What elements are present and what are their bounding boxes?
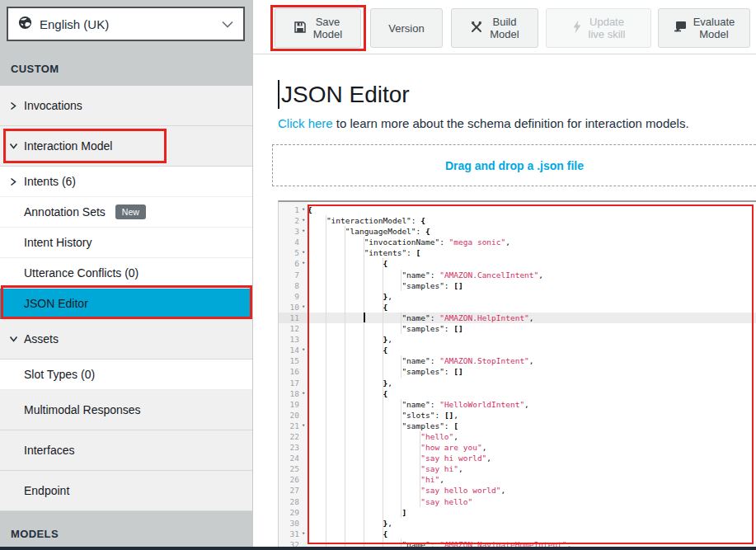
section-custom-label: CUSTOM xyxy=(11,63,59,75)
gutter-line-17[interactable]: 17 xyxy=(279,378,308,388)
json-dropzone[interactable]: Drag and drop a .json file xyxy=(272,144,756,186)
sidebar-item-label: Annotation Sets xyxy=(0,205,106,219)
sidebar-header: English (UK) CUSTOM xyxy=(0,0,252,86)
sidebar-item-invocations[interactable]: Invocations xyxy=(0,86,252,126)
sidebar-item-label: Utterance Conflicts (0) xyxy=(0,266,139,280)
gutter-line-15[interactable]: 15 xyxy=(279,355,308,366)
gutter-line-1[interactable]: 1▾ xyxy=(279,204,308,215)
code-line-21: "samples": [ xyxy=(308,421,756,431)
sidebar-item-utterance-conflicts-0[interactable]: Utterance Conflicts (0) xyxy=(0,258,252,289)
evaluate-model-button[interactable]: Evaluate Model xyxy=(658,8,750,48)
json-code-editor[interactable]: 1▾2▾3▾45▾6▾78910▾11121314▾15161718▾19202… xyxy=(278,200,756,550)
gutter-line-11[interactable]: 11 xyxy=(279,313,308,323)
gutter-line-7[interactable]: 7 xyxy=(279,270,308,280)
button-label: Update live skill xyxy=(589,16,626,40)
chevron-down-icon[interactable] xyxy=(9,142,18,151)
fold-arrow-icon[interactable]: ▾ xyxy=(299,226,308,237)
sidebar-item-intents-6[interactable]: Intents (6) xyxy=(0,167,252,197)
gutter-line-29[interactable]: 29 xyxy=(279,507,308,518)
chat-icon xyxy=(674,21,687,35)
gutter-line-10[interactable]: 10▾ xyxy=(279,302,308,313)
sidebar: English (UK) CUSTOM InvocationsInteracti… xyxy=(0,0,253,550)
code-line-3: "languageModel": { xyxy=(308,226,756,237)
gutter-line-16[interactable]: 16 xyxy=(279,366,308,377)
code-line-25: "say hi", xyxy=(308,463,756,474)
gutter-line-3[interactable]: 3▾ xyxy=(279,226,308,237)
gutter-line-26[interactable]: 26 xyxy=(279,474,308,485)
gutter-line-14[interactable]: 14▾ xyxy=(279,345,308,355)
fold-arrow-icon[interactable]: ▾ xyxy=(299,204,308,215)
fold-arrow-icon[interactable]: ▾ xyxy=(299,215,308,226)
gutter-line-4[interactable]: 4 xyxy=(279,237,308,247)
globe-icon xyxy=(18,16,32,33)
save-icon xyxy=(293,21,307,36)
gutter-line-22[interactable]: 22 xyxy=(279,431,308,442)
code-line-2: "interactionModel": { xyxy=(308,215,756,226)
gutter-line-19[interactable]: 19 xyxy=(279,399,308,410)
fold-arrow-icon[interactable]: ▾ xyxy=(299,302,308,313)
bolt-icon xyxy=(572,20,582,36)
language-selector[interactable]: English (UK) xyxy=(7,7,245,41)
code-line-8: "samples": [] xyxy=(308,280,756,291)
click-here-link[interactable]: Click here xyxy=(278,116,333,130)
code-line-23: "how are you", xyxy=(308,442,756,453)
gutter-line-27[interactable]: 27 xyxy=(279,485,308,496)
text-caret xyxy=(278,80,279,109)
code-line-19: "name": "HelloWorldIntent", xyxy=(308,399,756,410)
fold-arrow-icon[interactable]: ▾ xyxy=(299,388,308,399)
chevron-down-icon[interactable] xyxy=(9,335,18,344)
gutter-line-12[interactable]: 12 xyxy=(279,323,308,334)
language-label: English (UK) xyxy=(40,17,222,31)
page-title: JSON Editor xyxy=(281,82,410,108)
save-model-button[interactable]: Save Model xyxy=(275,8,361,48)
gutter-line-23[interactable]: 23 xyxy=(279,442,308,453)
gutter-line-31[interactable]: 31▾ xyxy=(279,529,308,539)
build-model-button[interactable]: Build Model xyxy=(451,8,538,48)
fold-arrow-icon[interactable]: ▾ xyxy=(299,529,308,539)
gutter-line-25[interactable]: 25 xyxy=(279,463,308,474)
sidebar-item-label: Multimodal Responses xyxy=(0,403,141,416)
code-line-12: "samples": [] xyxy=(308,323,756,334)
gutter-line-2[interactable]: 2▾ xyxy=(279,215,308,226)
editor-code[interactable]: {"interactionModel": {"languageModel": {… xyxy=(308,202,756,550)
gutter-line-30[interactable]: 30 xyxy=(279,518,308,529)
gutter-line-21[interactable]: 21▾ xyxy=(279,421,308,431)
sidebar-item-interfaces[interactable]: Interfaces xyxy=(0,430,252,471)
sidebar-item-slot-types-0[interactable]: Slot Types (0) xyxy=(0,360,252,390)
version-button[interactable]: Version xyxy=(370,8,443,48)
chevron-right-icon[interactable] xyxy=(9,177,18,186)
sidebar-item-annotation-sets[interactable]: Annotation SetsNew xyxy=(0,197,252,228)
gutter-line-20[interactable]: 20 xyxy=(279,410,308,421)
gutter-line-24[interactable]: 24 xyxy=(279,453,308,463)
gutter-line-28[interactable]: 28 xyxy=(279,496,308,507)
gutter-line-13[interactable]: 13 xyxy=(279,334,308,345)
sidebar-item-intent-history[interactable]: Intent History xyxy=(0,228,252,258)
gutter-line-9[interactable]: 9 xyxy=(279,291,308,302)
code-line-15: "name": "AMAZON.StopIntent", xyxy=(308,355,756,366)
sidebar-item-interaction-model[interactable]: Interaction Model xyxy=(0,126,252,167)
sidebar-item-label: Slot Types (0) xyxy=(0,368,95,381)
gutter-line-6[interactable]: 6▾ xyxy=(279,258,308,269)
gutter-line-8[interactable]: 8 xyxy=(279,280,308,291)
code-line-17: }, xyxy=(308,378,756,388)
code-line-30: }, xyxy=(308,518,756,529)
fold-arrow-icon[interactable]: ▾ xyxy=(299,247,308,258)
chevron-right-icon[interactable] xyxy=(9,101,18,110)
sidebar-item-json-editor[interactable]: JSON Editor xyxy=(0,289,252,319)
sidebar-item-label: JSON Editor xyxy=(0,297,88,310)
code-line-6: { xyxy=(308,258,756,269)
fold-arrow-icon[interactable]: ▾ xyxy=(299,345,308,355)
subtitle-rest: to learn more about the schema definitio… xyxy=(333,116,689,130)
fold-arrow-icon[interactable]: ▾ xyxy=(299,258,308,269)
sidebar-item-assets[interactable]: Assets xyxy=(0,319,252,360)
bottom-bar xyxy=(0,547,756,550)
sidebar-item-endpoint[interactable]: Endpoint xyxy=(0,471,252,511)
editor-gutter[interactable]: 1▾2▾3▾45▾6▾78910▾11121314▾15161718▾19202… xyxy=(279,202,308,550)
code-line-7: "name": "AMAZON.CancelIntent", xyxy=(308,270,756,280)
button-label: Build Model xyxy=(490,16,519,40)
gutter-line-18[interactable]: 18▾ xyxy=(279,388,308,399)
gutter-line-5[interactable]: 5▾ xyxy=(279,247,308,258)
code-line-16: "samples": [] xyxy=(308,366,756,377)
sidebar-item-multimodal-responses[interactable]: Multimodal Responses xyxy=(0,390,252,430)
fold-arrow-icon[interactable]: ▾ xyxy=(299,421,308,431)
